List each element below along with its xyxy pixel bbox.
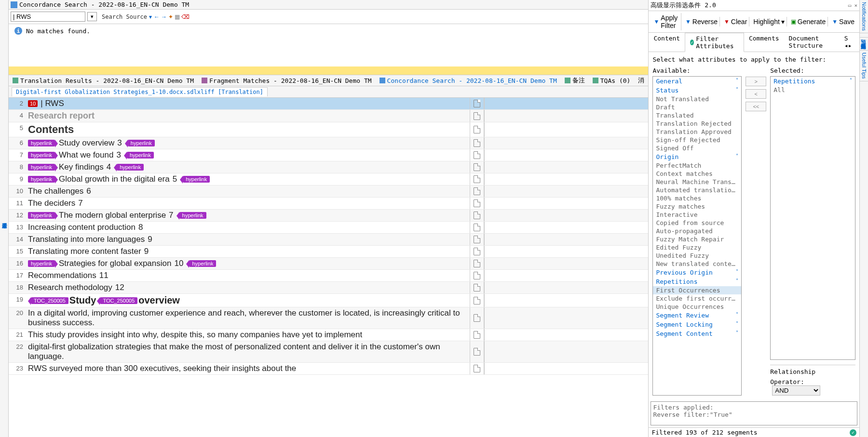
arrow-left-icon[interactable]: ← <box>154 13 160 20</box>
segment-status[interactable] <box>470 98 484 109</box>
segment-source[interactable]: 10| RWS <box>26 98 470 109</box>
tab-beizhu[interactable]: 备注 <box>561 75 589 86</box>
segment-row[interactable]: 12hyperlinkThe modern global enterprise7… <box>9 210 648 222</box>
search-dropdown[interactable]: ▾ <box>87 12 97 21</box>
segment-source[interactable]: Translating into more languages9 <box>26 234 470 245</box>
filter-tab-comments[interactable]: Comments <box>744 33 784 52</box>
segment-source[interactable]: digital-first globalization strategies t… <box>26 341 470 362</box>
right-sidebar-item[interactable]: 高级显示筛选条件 2.0 <box>860 38 868 51</box>
segment-target[interactable] <box>484 258 648 269</box>
move-right-button[interactable]: > <box>746 77 766 86</box>
filter-tab-scroll[interactable]: S ◂▸ <box>840 33 859 52</box>
list-item[interactable]: First Occurrences <box>653 286 741 294</box>
segment-target[interactable] <box>484 307 648 329</box>
segment-source[interactable]: Contents <box>26 122 470 137</box>
segment-row[interactable]: 19TOC_250005Study TOC_250005overview <box>9 294 648 307</box>
segment-source[interactable]: hyperlinkKey findings4hyperlink <box>26 161 470 173</box>
list-group[interactable]: Origin˄ <box>653 152 741 161</box>
segment-source[interactable]: The deciders7 <box>26 198 470 209</box>
segment-row[interactable]: 10The challenges6 <box>9 185 648 198</box>
list-group[interactable]: Segment Locking˅ <box>653 320 741 329</box>
list-item[interactable]: Edited Fuzzy <box>653 243 741 252</box>
list-item[interactable]: All <box>771 86 855 94</box>
segment-status[interactable] <box>470 222 484 233</box>
segment-row[interactable]: 22digital-first globalization strategies… <box>9 341 648 363</box>
segment-target[interactable] <box>484 234 648 245</box>
segment-source[interactable]: Increasing content production8 <box>26 222 470 233</box>
segment-target[interactable] <box>484 210 648 221</box>
list-item[interactable]: Auto-propagated <box>653 227 741 235</box>
segment-target[interactable] <box>484 294 648 307</box>
segment-row[interactable]: 20In a digital world, improving customer… <box>9 307 648 329</box>
concordance-search-input[interactable] <box>11 12 85 22</box>
move-all-left-button[interactable]: << <box>746 102 766 111</box>
segment-target[interactable] <box>484 329 648 341</box>
close-icon[interactable]: × <box>854 2 857 9</box>
list-item[interactable]: Copied from source <box>653 219 741 227</box>
list-item[interactable]: Unedited Fuzzy <box>653 252 741 260</box>
segment-source[interactable]: hyperlinkStrategies for global expansion… <box>26 258 470 269</box>
segment-status[interactable] <box>470 173 484 185</box>
tab-more[interactable]: 消 <box>634 75 648 86</box>
list-item[interactable]: Interactive <box>653 211 741 219</box>
segment-source[interactable]: Translating more content faster9 <box>26 246 470 257</box>
segment-status[interactable] <box>470 270 484 281</box>
list-item[interactable]: PerfectMatch <box>653 161 741 170</box>
list-item[interactable]: Fuzzy matches <box>653 202 741 211</box>
list-item[interactable]: Not Translated <box>653 95 741 103</box>
highlight-button[interactable]: Highlight ▾ <box>751 17 787 26</box>
tab-concordance-search[interactable]: Concordance Search - 2022-08-16_EN-CN De… <box>376 75 561 86</box>
segment-status[interactable] <box>470 282 484 293</box>
segment-target[interactable] <box>484 98 648 109</box>
segment-target[interactable] <box>484 282 648 293</box>
clear-icon[interactable]: ⌫ <box>181 13 190 20</box>
segment-target[interactable] <box>484 341 648 362</box>
segment-status[interactable] <box>470 341 484 362</box>
list-item[interactable]: Exclude first occurre... <box>653 294 741 303</box>
clear-button[interactable]: ▼Clear <box>722 17 749 26</box>
segment-row[interactable]: 15Translating more content faster9 <box>9 246 648 258</box>
list-item[interactable]: Translation Approved <box>653 128 741 136</box>
list-item[interactable]: Translated <box>653 111 741 119</box>
segment-row[interactable]: 6hyperlinkStudy overview3hyperlink <box>9 137 648 149</box>
segment-status[interactable] <box>470 210 484 221</box>
segment-source[interactable]: Research report <box>26 110 470 122</box>
segment-source[interactable]: The challenges6 <box>26 185 470 197</box>
list-item[interactable]: Draft <box>653 103 741 111</box>
segment-target[interactable] <box>484 110 648 122</box>
tab-translation-results[interactable]: Translation Results - 2022-08-16_EN-CN D… <box>9 75 198 86</box>
segment-source[interactable]: Recommendations11 <box>26 270 470 281</box>
move-left-button[interactable]: < <box>746 89 766 99</box>
segment-target[interactable] <box>484 122 648 137</box>
scroll-right-icon[interactable]: ▸ <box>848 42 852 49</box>
list-item[interactable]: Sign-off Rejected <box>653 136 741 144</box>
operator-select[interactable]: AND <box>772 385 820 396</box>
list-group[interactable]: Segment Review˅ <box>653 311 741 320</box>
segment-target[interactable] <box>484 185 648 197</box>
segment-row[interactable]: 18Research methodology12 <box>9 282 648 294</box>
star-icon[interactable]: ✦ <box>168 13 173 20</box>
segment-target[interactable] <box>484 137 648 149</box>
list-item[interactable]: Unique Occurrences <box>653 303 741 311</box>
tab-tqas[interactable]: TQAs (0) <box>589 75 635 86</box>
segment-row[interactable]: 16hyperlinkStrategies for global expansi… <box>9 258 648 270</box>
segment-row[interactable]: 7hyperlinkWhat we found3hyperlink <box>9 149 648 161</box>
minimize-icon[interactable]: ▭ <box>848 2 852 9</box>
list-item[interactable]: Automated translations <box>653 186 741 194</box>
list-item[interactable]: Neural Machine Transl... <box>653 178 741 186</box>
left-sidebar[interactable]: 术语库查看器 <box>0 0 9 437</box>
list-item[interactable]: Fuzzy Match Repair <box>653 235 741 243</box>
segment-status[interactable] <box>470 161 484 173</box>
segment-row[interactable]: 21This study provides insight into why, … <box>9 329 648 341</box>
segment-source[interactable]: RWS surveyed more than 300 executives, s… <box>26 363 470 374</box>
segment-target[interactable] <box>484 173 648 185</box>
segment-target[interactable] <box>484 161 648 173</box>
segment-target[interactable] <box>484 246 648 257</box>
apply-filter-button[interactable]: ▼Apply Filter <box>651 13 681 30</box>
segment-row[interactable]: 210| RWS <box>9 98 648 110</box>
segment-target[interactable] <box>484 198 648 209</box>
list-item[interactable]: New translated content <box>653 260 741 268</box>
list-group[interactable]: Status˄ <box>653 86 741 95</box>
segment-row[interactable]: 5Contents <box>9 122 648 137</box>
segment-source[interactable]: Research methodology12 <box>26 282 470 293</box>
